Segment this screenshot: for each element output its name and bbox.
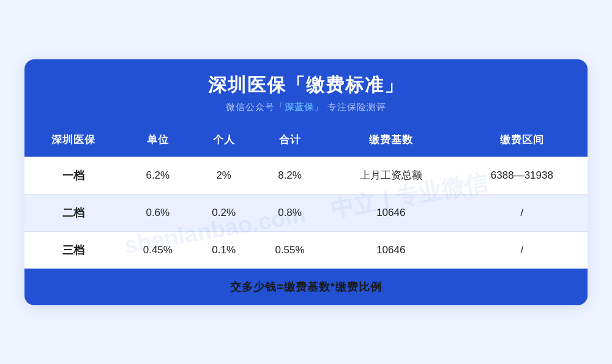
row3-unit: 0.45%: [122, 231, 193, 269]
subtitle-prefix: 微信公众号「: [226, 102, 285, 112]
row1-tier: 一档: [24, 157, 122, 194]
row3-total: 0.55%: [254, 231, 325, 269]
card-header: 深圳医保「缴费标准」 微信公众号「深蓝保」 专注保险测评: [24, 59, 588, 123]
col-header-range: 缴费区间: [457, 123, 588, 157]
main-card: 深圳医保「缴费标准」 微信公众号「深蓝保」 专注保险测评 shenlanbao.…: [24, 59, 588, 305]
row2-unit: 0.6%: [122, 194, 193, 231]
footer-text: 交多少钱=缴费基数*缴费比例: [24, 269, 588, 305]
col-header-tier: 深圳医保: [24, 123, 122, 157]
col-header-base: 缴费基数: [326, 123, 457, 157]
row3-tier: 三档: [24, 231, 122, 269]
row3-personal: 0.1%: [193, 231, 254, 269]
table-container: shenlanbao.com 中立 | 专业微信 深圳医保 单位 个人 合计 缴…: [24, 123, 588, 305]
row3-range: /: [457, 231, 588, 269]
col-header-total: 合计: [254, 123, 325, 157]
row2-tier: 二档: [24, 194, 122, 231]
col-header-unit: 单位: [122, 123, 193, 157]
row1-range: 6388—31938: [457, 157, 588, 194]
table-row: 一档 6.2% 2% 8.2% 上月工资总额 6388—31938: [24, 157, 588, 194]
subtitle: 微信公众号「深蓝保」 专注保险测评: [24, 102, 588, 113]
table-row: 三档 0.45% 0.1% 0.55% 10646 /: [24, 231, 588, 269]
row2-total: 0.8%: [254, 194, 325, 231]
row2-personal: 0.2%: [193, 194, 254, 231]
table-footer-row: 交多少钱=缴费基数*缴费比例: [24, 269, 588, 305]
row1-personal: 2%: [193, 157, 254, 194]
row1-unit: 6.2%: [122, 157, 193, 194]
subtitle-suffix: 」 专注保险测评: [314, 102, 386, 112]
row1-total: 8.2%: [254, 157, 325, 194]
row1-base: 上月工资总额: [326, 157, 457, 194]
table-header-row: 深圳医保 单位 个人 合计 缴费基数 缴费区间: [24, 123, 588, 157]
main-title: 深圳医保「缴费标准」: [24, 73, 588, 98]
row3-base: 10646: [326, 231, 457, 269]
data-table: 深圳医保 单位 个人 合计 缴费基数 缴费区间 一档 6.2% 2% 8.2% …: [24, 123, 588, 305]
row2-range: /: [457, 194, 588, 231]
subtitle-highlight: 深蓝保: [285, 102, 314, 112]
col-header-personal: 个人: [193, 123, 254, 157]
row2-base: 10646: [326, 194, 457, 231]
table-row: 二档 0.6% 0.2% 0.8% 10646 /: [24, 194, 588, 231]
